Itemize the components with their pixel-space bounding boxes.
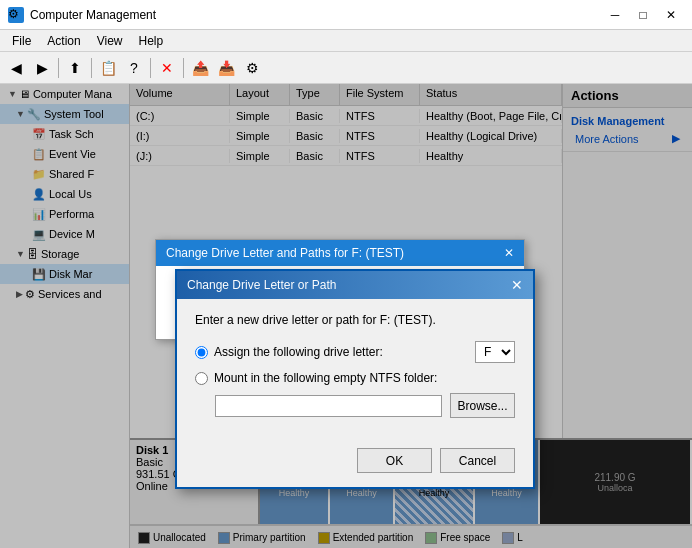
- help-button[interactable]: ?: [122, 56, 146, 80]
- app-icon: ⚙: [8, 7, 24, 23]
- assign-drive-label: Assign the following drive letter:: [214, 345, 383, 359]
- dialog-bg-title: Change Drive Letter and Paths for F: (TE…: [166, 246, 404, 260]
- dialog-fg-titlebar: Change Drive Letter or Path ✕: [177, 271, 533, 299]
- toolbar-sep2: [91, 58, 92, 78]
- forward-button[interactable]: ▶: [30, 56, 54, 80]
- menu-action[interactable]: Action: [39, 32, 88, 50]
- ntfs-path-input[interactable]: [215, 395, 442, 417]
- assign-drive-row: Assign the following drive letter: F G H: [195, 341, 515, 363]
- browse-button[interactable]: Browse...: [450, 393, 515, 418]
- dialog-fg-ok[interactable]: OK: [357, 448, 432, 473]
- dialog-bg-titlebar: Change Drive Letter and Paths for F: (TE…: [156, 240, 524, 266]
- toolbar-sep1: [58, 58, 59, 78]
- main-layout: ▼ 🖥 Computer Mana ▼ 🔧 System Tool 📅 Task…: [0, 84, 692, 548]
- close-button[interactable]: ✕: [658, 5, 684, 25]
- app-title: Computer Management: [30, 8, 602, 22]
- toolbar: ◀ ▶ ⬆ 📋 ? ✕ 📤 📥 ⚙: [0, 52, 692, 84]
- export-button[interactable]: 📤: [188, 56, 212, 80]
- drive-select-area: F G H: [475, 341, 515, 363]
- mount-ntfs-row: Mount in the following empty NTFS folder…: [195, 371, 515, 385]
- mount-ntfs-radio[interactable]: [195, 372, 208, 385]
- toolbar-sep4: [183, 58, 184, 78]
- ntfs-path-row: Browse...: [195, 393, 515, 418]
- menu-bar: File Action View Help: [0, 30, 692, 52]
- menu-file[interactable]: File: [4, 32, 39, 50]
- properties-button[interactable]: ⚙: [240, 56, 264, 80]
- dialog-fg-title: Change Drive Letter or Path: [187, 278, 336, 292]
- dialog-fg-cancel[interactable]: Cancel: [440, 448, 515, 473]
- assign-drive-radio[interactable]: [195, 346, 208, 359]
- mount-ntfs-label: Mount in the following empty NTFS folder…: [214, 371, 437, 385]
- dialog-fg-buttons: OK Cancel: [177, 438, 533, 487]
- up-button[interactable]: ⬆: [63, 56, 87, 80]
- menu-help[interactable]: Help: [131, 32, 172, 50]
- dialog-bg-close[interactable]: ✕: [504, 246, 514, 260]
- window-controls: ─ □ ✕: [602, 5, 684, 25]
- import-button[interactable]: 📥: [214, 56, 238, 80]
- drive-letter-dropdown[interactable]: F G H: [475, 341, 515, 363]
- dialog-fg-content: Enter a new drive letter or path for F: …: [177, 299, 533, 438]
- title-bar: ⚙ Computer Management ─ □ ✕: [0, 0, 692, 30]
- dialog-change-drive-letter: Change Drive Letter or Path ✕ Enter a ne…: [175, 269, 535, 489]
- dialog-fg-close[interactable]: ✕: [511, 277, 523, 293]
- back-button[interactable]: ◀: [4, 56, 28, 80]
- toolbar-sep3: [150, 58, 151, 78]
- delete-button[interactable]: ✕: [155, 56, 179, 80]
- minimize-button[interactable]: ─: [602, 5, 628, 25]
- maximize-button[interactable]: □: [630, 5, 656, 25]
- dialog-fg-description: Enter a new drive letter or path for F: …: [195, 313, 515, 327]
- show-hide-button[interactable]: 📋: [96, 56, 120, 80]
- menu-view[interactable]: View: [89, 32, 131, 50]
